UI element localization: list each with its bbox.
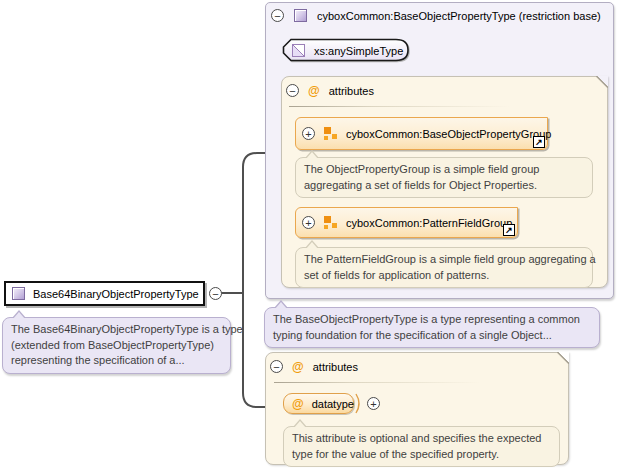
base-type-title: cyboxCommon:BaseObjectPropertyType (rest…	[317, 10, 601, 22]
group-icon	[324, 216, 337, 229]
collapse-toggle-main[interactable]: −	[209, 287, 222, 300]
type-node-label: Base64BinaryObjectPropertyType	[33, 288, 199, 300]
base-ref-label: xs:anySimpleType	[314, 45, 403, 57]
plus-circle-icon: +	[305, 129, 311, 139]
folded-corner-icon	[557, 352, 569, 364]
group-ref-label: cyboxCommon:PatternFieldGroup	[346, 217, 512, 229]
annotation-line: The Base64BinaryObjectPropertyType is a …	[11, 322, 222, 338]
annotation-line: typing foundation for the specification …	[273, 328, 591, 344]
attributes-label: attributes	[329, 85, 374, 97]
annotation-datatype: This attribute is optional and specifies…	[283, 426, 560, 467]
collapse-toggle-base-type[interactable]: −	[271, 9, 284, 22]
folded-corner-icon	[596, 76, 608, 88]
base-type-header: − cyboxCommon:BaseObjectPropertyType (re…	[266, 3, 613, 22]
plus-circle-icon: +	[305, 218, 311, 228]
annotation-line: The PatternFieldGroup is a simple field …	[304, 252, 584, 268]
group-ref-label: cyboxCommon:BaseObjectPropertyGroup	[346, 128, 551, 140]
type-node-base64binaryobjectpropertytype[interactable]: Base64BinaryObjectPropertyType	[4, 281, 205, 306]
minus-circle-icon: −	[289, 86, 295, 96]
expand-toggle-group[interactable]: +	[302, 216, 315, 229]
group-ref-baseobjectpropertygroup[interactable]: + cyboxCommon:BaseObjectPropertyGroup ↗	[295, 117, 548, 150]
complex-type-icon	[12, 287, 25, 300]
attribute-label: datatype	[312, 398, 354, 410]
annotation-line: (extended from BaseObjectPropertyType)	[11, 338, 222, 354]
inherited-attributes-panel: − @ attributes + cyboxCommon:BaseObjectP…	[281, 76, 608, 288]
group-icon	[324, 127, 337, 140]
annotation-line: The ObjectPropertyGroup is a simple fiel…	[304, 162, 584, 178]
collapse-toggle-attributes[interactable]: −	[270, 360, 283, 373]
minus-circle-icon: −	[212, 289, 218, 299]
minus-circle-icon: −	[273, 362, 279, 372]
simple-type-icon	[292, 44, 305, 57]
schema-diagram: Base64BinaryObjectPropertyType − The Bas…	[0, 0, 619, 470]
own-attributes-panel: − @ attributes @ datatype + This attribu…	[265, 352, 569, 465]
annotation-line: The BaseObjectPropertyType is a type rep…	[273, 312, 591, 328]
expand-toggle-group[interactable]: +	[302, 127, 315, 140]
collapse-toggle-attributes[interactable]: −	[286, 84, 299, 97]
expand-toggle-attribute[interactable]: +	[367, 397, 380, 410]
group-ref-patternfieldgroup[interactable]: + cyboxCommon:PatternFieldGroup ↗	[295, 207, 518, 238]
attribute-row-datatype: @ datatype +	[283, 393, 380, 414]
attributes-header: − @ attributes	[266, 353, 568, 373]
annotation-group-1: The ObjectPropertyGroup is a simple fiel…	[295, 157, 593, 198]
attribute-at-icon: @	[292, 361, 304, 373]
plus-circle-icon: +	[370, 399, 376, 409]
base-type-panel: − cyboxCommon:BaseObjectPropertyType (re…	[265, 2, 614, 299]
attribute-at-icon: @	[308, 85, 320, 97]
attribute-at-icon: @	[292, 398, 304, 410]
annotation-main-type: The Base64BinaryObjectPropertyType is a …	[2, 317, 231, 374]
annotation-group-2: The PatternFieldGroup is a simple field …	[295, 247, 593, 288]
attributes-header: − @ attributes	[282, 77, 607, 97]
header-separator	[274, 382, 499, 383]
attributes-label: attributes	[313, 361, 358, 373]
minus-circle-icon: −	[274, 11, 280, 21]
base-ref-node-anysimpletype[interactable]: xs:anySimpleType	[282, 38, 411, 63]
annotation-line: representing the specification of a...	[11, 353, 222, 369]
annotation-base-type: The BaseObjectPropertyType is a type rep…	[264, 307, 600, 348]
header-separator	[289, 106, 529, 107]
annotation-line: set of fields for application of pattern…	[304, 268, 584, 284]
goto-definition-icon[interactable]: ↗	[503, 224, 515, 236]
annotation-line: type for the value of the specified prop…	[292, 447, 551, 463]
complex-type-icon	[294, 9, 307, 22]
stack-edge-icon	[355, 393, 363, 414]
attribute-node-datatype[interactable]: @ datatype	[283, 393, 354, 414]
annotation-line: This attribute is optional and specifies…	[292, 431, 551, 447]
annotation-line: aggregating a set of fields for Object P…	[304, 178, 584, 194]
goto-definition-icon[interactable]: ↗	[533, 136, 545, 148]
